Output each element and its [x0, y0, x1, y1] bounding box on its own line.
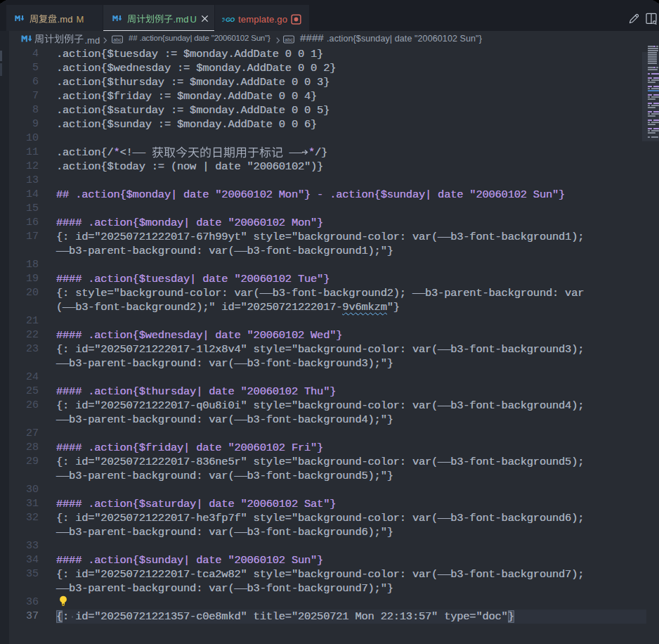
svg-text:GO: GO [226, 16, 235, 23]
svg-text:abc: abc [113, 37, 122, 42]
svg-text:abc: abc [285, 37, 293, 42]
